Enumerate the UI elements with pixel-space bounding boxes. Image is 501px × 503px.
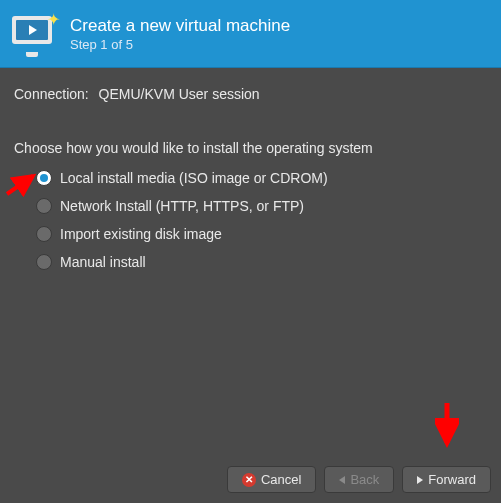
radio-icon xyxy=(36,198,52,214)
wizard-step-indicator: Step 1 of 5 xyxy=(70,37,290,52)
connection-value: QEMU/KVM User session xyxy=(99,86,260,102)
close-icon: ✕ xyxy=(242,473,256,487)
install-prompt: Choose how you would like to install the… xyxy=(14,140,487,156)
wizard-button-bar: ✕ Cancel Back Forward xyxy=(227,466,491,493)
back-label: Back xyxy=(350,472,379,487)
radio-icon xyxy=(36,254,52,270)
radio-icon xyxy=(36,226,52,242)
radio-label: Manual install xyxy=(60,254,146,270)
radio-network-install[interactable]: Network Install (HTTP, HTTPS, or FTP) xyxy=(36,198,487,214)
radio-import-disk-image[interactable]: Import existing disk image xyxy=(36,226,487,242)
cancel-label: Cancel xyxy=(261,472,301,487)
wizard-header: ✦ Create a new virtual machine Step 1 of… xyxy=(0,0,501,68)
forward-button[interactable]: Forward xyxy=(402,466,491,493)
wizard-title: Create a new virtual machine xyxy=(70,16,290,36)
connection-row: Connection: QEMU/KVM User session xyxy=(14,86,487,102)
back-arrow-icon xyxy=(339,476,345,484)
forward-label: Forward xyxy=(428,472,476,487)
install-method-radio-group: Local install media (ISO image or CDROM)… xyxy=(14,170,487,270)
connection-label: Connection: xyxy=(14,86,89,102)
radio-icon xyxy=(36,170,52,186)
annotation-arrow-forward xyxy=(435,401,459,451)
back-button[interactable]: Back xyxy=(324,466,394,493)
wizard-content: Connection: QEMU/KVM User session Choose… xyxy=(0,68,501,300)
forward-arrow-icon xyxy=(417,476,423,484)
cancel-button[interactable]: ✕ Cancel xyxy=(227,466,316,493)
radio-manual-install[interactable]: Manual install xyxy=(36,254,487,270)
radio-label: Network Install (HTTP, HTTPS, or FTP) xyxy=(60,198,304,214)
new-vm-icon: ✦ xyxy=(12,16,56,52)
radio-label: Local install media (ISO image or CDROM) xyxy=(60,170,328,186)
radio-local-install-media[interactable]: Local install media (ISO image or CDROM) xyxy=(36,170,487,186)
radio-label: Import existing disk image xyxy=(60,226,222,242)
